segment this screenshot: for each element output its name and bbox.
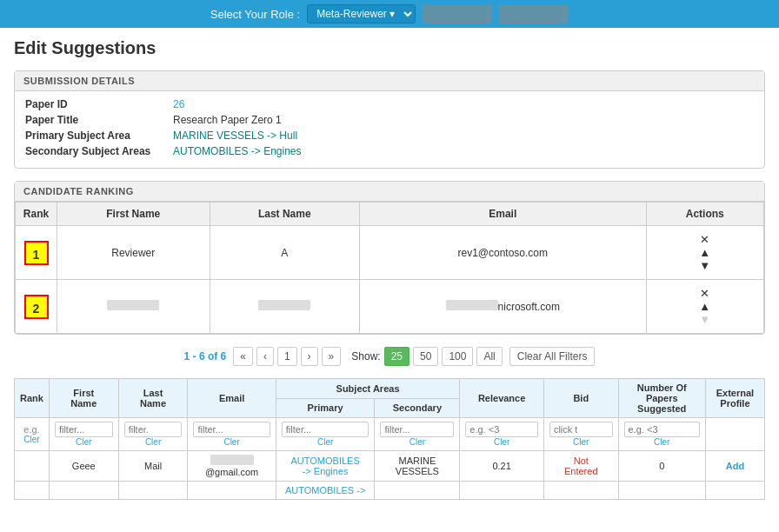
rank-col-header: Rank (16, 203, 57, 226)
email-filter-input[interactable] (193, 422, 270, 437)
remove-icon-1[interactable]: ✕ (654, 233, 757, 246)
dr1-rank (15, 451, 50, 482)
move-up-icon-1[interactable]: ▲ (654, 246, 757, 259)
data-row-1: Geee Mail @gmail.com AUTOMOBILES-> Engin… (15, 451, 765, 482)
dr1-action: Add (705, 451, 764, 482)
firstname-cell-1: Reviewer (57, 226, 210, 280)
dt-email-header: Email (188, 379, 276, 418)
dr1-add-link[interactable]: Add (726, 461, 744, 471)
ranking-table: Rank First Name Last Name Email Actions … (15, 202, 764, 334)
dr1-relevance: 0.21 (460, 451, 544, 482)
relevance-filter-input[interactable] (465, 422, 538, 437)
dt-rank-header: Rank (15, 379, 50, 418)
show-all-btn[interactable]: All (476, 347, 502, 366)
paper-title-row: Paper Title Research Paper Zero 1 (25, 114, 754, 126)
secondary-area-row: Secondary Subject Areas AUTOMOBILES -> E… (25, 145, 754, 157)
dt-relevance-header: Relevance (460, 379, 544, 418)
blurred-firstname-2 (107, 300, 159, 310)
secondary-clear-link[interactable]: Cler (380, 437, 454, 447)
email-cell-2: nicrosoft.com (360, 280, 646, 334)
dr2-bid (543, 482, 618, 500)
relevance-clear-link[interactable]: Cler (465, 437, 538, 447)
rank-badge-1: 1 (24, 241, 49, 265)
submission-section: SUBMISSION DETAILS Paper ID 26 Paper Tit… (14, 70, 765, 169)
first-page-btn[interactable]: « (233, 347, 253, 366)
move-up-icon-2[interactable]: ▲ (654, 300, 757, 313)
rank-filter-cell: e.g. Cler (15, 418, 50, 451)
primary-filter-input[interactable] (282, 422, 370, 437)
firstname-cell-2 (57, 280, 210, 334)
rank-example: e.g. (23, 424, 39, 435)
actions-col-header: Actions (646, 203, 764, 226)
primary-area-label: Primary Subject Area (25, 130, 173, 142)
firstname-col-header: First Name (57, 203, 210, 226)
pagination-row: 1 - 6 of 6 « ‹ 1 › » Show: 25 50 100 All… (14, 347, 765, 366)
dr2-firstname (49, 482, 118, 500)
primary-filter-cell: Cler (276, 418, 375, 451)
ranking-row-1: 1 Reviewer A rev1@contoso.com ✕ ▲ ▼ (16, 226, 764, 280)
clear-all-filters-btn[interactable]: Clear All Filters (509, 347, 596, 366)
external-filter-cell (705, 418, 764, 451)
dt-bid-header: Bid (543, 379, 618, 418)
lastname-cell-1: A (210, 226, 360, 280)
last-page-btn[interactable]: » (322, 347, 342, 366)
page-title: Edit Suggestions (14, 38, 765, 58)
show-100-btn[interactable]: 100 (442, 347, 473, 366)
bid-clear-link[interactable]: Cler (549, 437, 613, 447)
numpapers-filter-input[interactable] (624, 422, 700, 437)
next-page-btn[interactable]: › (301, 347, 318, 366)
show-25-btn[interactable]: 25 (384, 347, 409, 366)
move-down-icon-2[interactable]: ▼ (654, 313, 757, 326)
dr2-relevance (460, 482, 544, 500)
email-clear-link[interactable]: Cler (193, 437, 270, 447)
user-btn-2[interactable] (499, 4, 569, 23)
firstname-filter-input[interactable] (55, 422, 113, 437)
remove-icon-2[interactable]: ✕ (654, 287, 757, 300)
data-row-2: AUTOMOBILES -> (15, 482, 765, 500)
rank-cell-1: 1 (16, 226, 57, 280)
dr1-primary-text: AUTOMOBILES-> Engines (290, 456, 359, 476)
lastname-filter-input[interactable] (124, 422, 183, 437)
bid-filter-input[interactable] (549, 422, 613, 437)
paper-id-row: Paper ID 26 (25, 98, 754, 110)
lastname-clear-link[interactable]: Cler (124, 437, 183, 447)
submission-body: Paper ID 26 Paper Title Research Paper Z… (15, 91, 764, 168)
dt-external-header: External Profile (705, 379, 764, 418)
dt-numpapers-header: Number Of Papers Suggested (618, 379, 705, 418)
dt-firstname-header: FirstName (49, 379, 118, 418)
user-btn-1[interactable] (423, 4, 492, 23)
secondary-filter-input[interactable] (380, 422, 454, 437)
prev-page-btn[interactable]: ‹ (256, 347, 274, 366)
blurred-lastname-2 (258, 300, 310, 310)
primary-area-value: MARINE VESSELS -> Hull (173, 130, 297, 142)
dr1-firstname: Geee (49, 451, 118, 482)
ranking-header: CANDIDATE RANKING (15, 182, 764, 202)
role-dropdown[interactable]: Meta-Reviewer ▾ (307, 4, 416, 23)
email-cell-1: rev1@contoso.com (360, 226, 646, 280)
primary-clear-link[interactable]: Cler (282, 437, 370, 447)
show-50-btn[interactable]: 50 (413, 347, 438, 366)
blurred-email-dr1 (210, 455, 254, 465)
actions-cell-2: ✕ ▲ ▼ (646, 280, 764, 334)
numpapers-clear-link[interactable]: Cler (624, 437, 700, 447)
dr2-lastname (118, 482, 188, 500)
dr1-lastname: Mail (118, 451, 188, 482)
paper-id-value: 26 (173, 98, 184, 110)
primary-area-row: Primary Subject Area MARINE VESSELS -> H… (25, 130, 754, 142)
secondary-area-label: Secondary Subject Areas (25, 145, 173, 157)
role-select-label: Select Your Role : (210, 8, 300, 21)
top-bar: Select Your Role : Meta-Reviewer ▾ (0, 0, 779, 28)
pagination-info: 1 - 6 of 6 (184, 350, 227, 362)
page-1-btn[interactable]: 1 (277, 347, 297, 366)
rank-clear-link[interactable]: Cler (20, 435, 43, 444)
data-table: Rank FirstName LastName Email Subject Ar… (14, 378, 765, 500)
email-col-header: Email (360, 203, 646, 226)
lastname-filter-cell: Cler (118, 418, 188, 451)
secondary-area-value: AUTOMOBILES -> Engines (173, 145, 302, 157)
dt-secondary-header: Secondary (375, 398, 460, 418)
dr2-numpapers (618, 482, 705, 500)
move-down-icon-1[interactable]: ▼ (654, 259, 757, 272)
bid-filter-cell: Cler (543, 418, 618, 451)
dr1-bid-text: NotEntered (564, 456, 598, 476)
firstname-clear-link[interactable]: Cler (55, 437, 113, 447)
